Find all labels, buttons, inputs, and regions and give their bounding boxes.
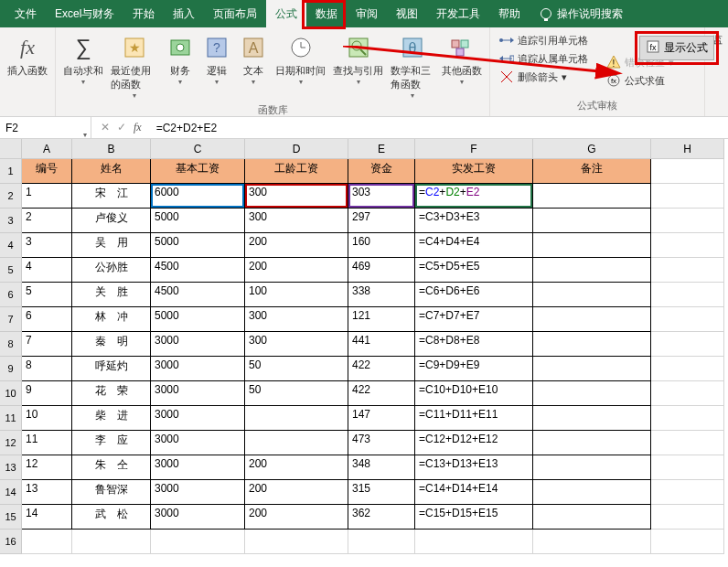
- cell-E12[interactable]: 473: [348, 431, 415, 455]
- cell-G12[interactable]: [533, 431, 651, 455]
- cell-A6[interactable]: 5: [22, 283, 72, 307]
- cell-B9[interactable]: 呼延灼: [72, 357, 151, 381]
- cell-C16[interactable]: [151, 530, 245, 554]
- column-header-H[interactable]: H: [651, 139, 724, 159]
- column-header-A[interactable]: A: [22, 139, 72, 159]
- menu-tab-8[interactable]: 视图: [387, 0, 427, 27]
- cell-H6[interactable]: [651, 283, 724, 307]
- cell-G15[interactable]: [533, 505, 651, 530]
- menu-tab-3[interactable]: 插入: [164, 0, 204, 27]
- menu-tab-10[interactable]: 帮助: [489, 0, 530, 27]
- row-header-1[interactable]: 1: [0, 159, 22, 184]
- menu-tab-4[interactable]: 页面布局: [204, 0, 266, 27]
- cell-C12[interactable]: 3000: [151, 431, 245, 455]
- cell-E11[interactable]: 147: [348, 406, 415, 431]
- row-header-11[interactable]: 11: [0, 406, 22, 431]
- cell-D15[interactable]: 200: [245, 505, 348, 530]
- cell-E1[interactable]: 资金: [348, 159, 415, 184]
- trace-precedents-button[interactable]: 追踪引用单元格: [494, 31, 594, 49]
- row-header-12[interactable]: 12: [0, 431, 22, 455]
- cell-F6[interactable]: =C6+D6+E6: [415, 283, 533, 307]
- cell-G2[interactable]: [533, 184, 651, 209]
- cell-F12[interactable]: =C12+D12+E12: [415, 431, 533, 455]
- column-header-F[interactable]: F: [415, 139, 533, 159]
- cell-D8[interactable]: 300: [245, 332, 348, 357]
- cell-E13[interactable]: 348: [348, 455, 415, 480]
- column-header-D[interactable]: D: [245, 139, 348, 159]
- cell-B2[interactable]: 宋 江: [72, 184, 151, 209]
- cell-A14[interactable]: 13: [22, 480, 72, 505]
- cell-A9[interactable]: 8: [22, 357, 72, 381]
- cell-G3[interactable]: [533, 209, 651, 233]
- cell-C1[interactable]: 基本工资: [151, 159, 245, 184]
- formula-bar-input[interactable]: =C2+D2+E2: [151, 117, 728, 139]
- row-header-16[interactable]: 16: [0, 530, 22, 554]
- menu-tab-2[interactable]: 开始: [123, 0, 164, 27]
- cell-F13[interactable]: =C13+D13+E13: [415, 455, 533, 480]
- cell-D6[interactable]: 100: [245, 283, 348, 307]
- menu-tab-1[interactable]: Excel与财务: [46, 0, 123, 27]
- cell-H8[interactable]: [651, 332, 724, 357]
- cell-D2[interactable]: 300: [245, 184, 348, 209]
- cell-D11[interactable]: [245, 406, 348, 431]
- cell-C10[interactable]: 3000: [151, 381, 245, 406]
- cell-E4[interactable]: 160: [348, 233, 415, 258]
- cell-D10[interactable]: 50: [245, 381, 348, 406]
- cell-H5[interactable]: [651, 258, 724, 283]
- logical-button[interactable]: ? 逻辑 ▾: [198, 31, 235, 102]
- cell-B1[interactable]: 姓名: [72, 159, 151, 184]
- cell-B12[interactable]: 李 应: [72, 431, 151, 455]
- cell-G1[interactable]: 备注: [533, 159, 651, 184]
- column-header-E[interactable]: E: [348, 139, 415, 159]
- cell-H2[interactable]: [651, 184, 724, 209]
- cell-E9[interactable]: 422: [348, 357, 415, 381]
- cell-B16[interactable]: [72, 530, 151, 554]
- cell-E8[interactable]: 441: [348, 332, 415, 357]
- cell-A1[interactable]: 编号: [22, 159, 72, 184]
- cell-G14[interactable]: [533, 480, 651, 505]
- row-header-7[interactable]: 7: [0, 307, 22, 332]
- cell-H13[interactable]: [651, 455, 724, 480]
- cell-C15[interactable]: 3000: [151, 505, 245, 530]
- cell-A2[interactable]: 1: [22, 184, 72, 209]
- cell-H16[interactable]: [651, 530, 724, 554]
- cell-F8[interactable]: =C8+D8+E8: [415, 332, 533, 357]
- cell-A4[interactable]: 3: [22, 233, 72, 258]
- cell-H4[interactable]: [651, 233, 724, 258]
- cell-C8[interactable]: 3000: [151, 332, 245, 357]
- cell-D16[interactable]: [245, 530, 348, 554]
- cell-H12[interactable]: [651, 431, 724, 455]
- cell-B7[interactable]: 林 冲: [72, 307, 151, 332]
- row-header-2[interactable]: 2: [0, 184, 22, 209]
- row-header-4[interactable]: 4: [0, 233, 22, 258]
- cell-C6[interactable]: 4500: [151, 283, 245, 307]
- cell-B14[interactable]: 鲁智深: [72, 480, 151, 505]
- cell-C5[interactable]: 4500: [151, 258, 245, 283]
- cell-E14[interactable]: 315: [348, 480, 415, 505]
- cell-H14[interactable]: [651, 480, 724, 505]
- cell-G16[interactable]: [533, 530, 651, 554]
- menu-tab-9[interactable]: 开发工具: [427, 0, 489, 27]
- cell-C7[interactable]: 5000: [151, 307, 245, 332]
- name-box[interactable]: F2 ▾: [0, 117, 91, 139]
- row-header-15[interactable]: 15: [0, 505, 22, 530]
- cell-F7[interactable]: =C7+D7+E7: [415, 307, 533, 332]
- cell-E3[interactable]: 297: [348, 209, 415, 233]
- cell-A16[interactable]: [22, 530, 72, 554]
- financial-button[interactable]: 财务 ▾: [162, 31, 198, 102]
- menu-tab-7[interactable]: 审阅: [347, 0, 387, 27]
- cell-H10[interactable]: [651, 381, 724, 406]
- cell-D14[interactable]: 200: [245, 480, 348, 505]
- recent-button[interactable]: ★ 最近使用的函数 ▾: [107, 31, 162, 102]
- cell-H11[interactable]: [651, 406, 724, 431]
- cell-A11[interactable]: 10: [22, 406, 72, 431]
- enter-icon[interactable]: ✓: [117, 121, 126, 134]
- column-header-G[interactable]: G: [533, 139, 651, 159]
- cell-B5[interactable]: 公孙胜: [72, 258, 151, 283]
- cell-F1[interactable]: 实发工资: [415, 159, 533, 184]
- cell-B11[interactable]: 柴 进: [72, 406, 151, 431]
- cell-G9[interactable]: [533, 357, 651, 381]
- datetime-button[interactable]: 日期和时间 ▾: [272, 31, 329, 102]
- cell-D9[interactable]: 50: [245, 357, 348, 381]
- autosum-button[interactable]: ∑ 自动求和 ▾: [59, 31, 107, 102]
